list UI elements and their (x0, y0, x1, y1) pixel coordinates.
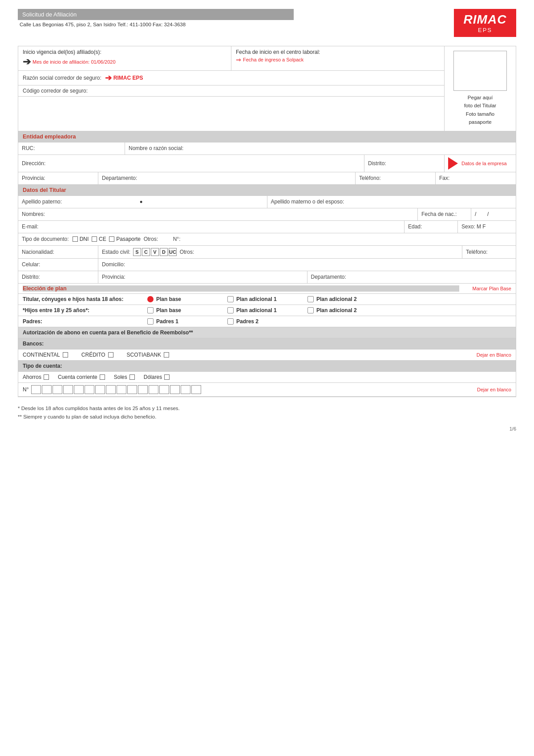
cuenta-corriente-checkbox[interactable] (100, 374, 105, 380)
num-box-7[interactable] (95, 385, 105, 394)
num-box-13[interactable] (159, 385, 169, 394)
plan-adicional1-option-2[interactable]: Plan adicional 1 (227, 307, 299, 313)
apellidos-row: Apellido paterno: • Apellido materno o d… (18, 196, 516, 208)
banco-credito: CRÉDITO (81, 352, 113, 358)
radio-plan-adicional2-1[interactable] (307, 296, 314, 302)
fecha-nac-cell: / / (471, 208, 516, 220)
nombres-cell: Nombres: (18, 208, 418, 220)
num-box-4[interactable] (63, 385, 73, 394)
nacionalidad-row: Nacionalidad: Estado civil: S C V D UC O… (18, 246, 516, 259)
ce-option: CE (92, 236, 106, 242)
photo-label-3: Foto tamaño (466, 110, 495, 118)
num-box-9[interactable] (117, 385, 126, 394)
estado-uc[interactable]: UC (169, 248, 177, 256)
departamento-cell: Departamento: (98, 172, 356, 184)
footnote-1: * Desde los 18 años cumplidos hasta ante… (18, 404, 516, 413)
num-box-1[interactable] (31, 385, 41, 394)
photo-label-1: Pegar aquí (468, 93, 493, 102)
num-box-5[interactable] (74, 385, 84, 394)
tipo-doc-cell: Tipo de documento: DNI CE Pasaporte Otro… (18, 233, 516, 245)
plan-row-2: *Hijos entre 18 y 25 años*: Plan base Pl… (18, 305, 516, 316)
estado-s[interactable]: S (133, 248, 141, 256)
cuenta-corriente-option: Cuenta corriente (58, 374, 105, 380)
num-box-10[interactable] (127, 385, 137, 394)
fecha-nac-label-cell: Fecha de nac.: (418, 208, 471, 220)
num-box-16[interactable] (191, 385, 201, 394)
num-box-2[interactable] (42, 385, 52, 394)
email-cell: E-mail: (18, 221, 405, 233)
dolares-checkbox[interactable] (164, 374, 170, 380)
estado-v[interactable]: V (151, 248, 159, 256)
page-number: 1/6 (18, 426, 516, 431)
radio-plan-adicional1-2[interactable] (227, 307, 234, 313)
celular-row: Celular: Domicilio: (18, 259, 516, 271)
plan-adicional2-option-2[interactable]: Plan adicional 2 (307, 307, 379, 313)
plan-label-2: *Hijos entre 18 y 25 años*: (23, 307, 138, 313)
codigo-row: Código corredor de seguro: (18, 85, 444, 97)
radio-plan-adicional1-1[interactable] (227, 296, 234, 302)
radio-plan-base-1[interactable] (147, 296, 154, 302)
entidad-header: Entidad empleadora (18, 131, 516, 142)
celular-cell: Celular: (18, 259, 98, 271)
provincia-cell: Provincia: (18, 172, 98, 184)
banco-scotiabank-checkbox[interactable] (164, 352, 169, 358)
banco-credito-checkbox[interactable] (108, 352, 113, 358)
radio-padres-2[interactable] (227, 318, 234, 325)
razon-row: Razón social corredor de seguro: ➔ RIMAC… (18, 71, 444, 85)
num-box-8[interactable] (106, 385, 116, 394)
num-box-3[interactable] (53, 385, 62, 394)
ahorros-checkbox[interactable] (44, 374, 49, 380)
num-box-14[interactable] (170, 385, 180, 394)
tipo-cuenta-header: Tipo de cuenta: (18, 361, 516, 372)
soles-checkbox[interactable] (129, 374, 135, 380)
num-box-11[interactable] (138, 385, 148, 394)
arrow-icon-1: ➔ (23, 56, 31, 68)
estado-d[interactable]: D (160, 248, 168, 256)
auth-header: Autorización de abono en cuenta para el … (18, 327, 516, 338)
plan-label-1: Titular, cónyuges e hijos hasta 18 años: (23, 296, 138, 302)
plan-base-option-2[interactable]: Plan base (147, 307, 218, 313)
telefono-titular-cell: Teléfono: (462, 246, 516, 258)
pasaporte-checkbox[interactable] (109, 236, 114, 242)
plan-adicional1-option-1[interactable]: Plan adicional 1 (227, 296, 299, 302)
top-section: Inicio vigencia del(los) afiliado(s): ➔ … (18, 46, 516, 131)
bancos-header: Bancos: (18, 338, 516, 350)
num-box-12[interactable] (149, 385, 158, 394)
photo-placeholder (453, 51, 507, 91)
vigencia-label-2: Fecha de inicio en el centro laboral: (236, 49, 440, 55)
ruc-row: RUC: Nombre o razón social: (18, 142, 516, 155)
estado-c[interactable]: C (142, 248, 150, 256)
telefono-cell: Teléfono: (356, 172, 436, 184)
fax-cell: Fax: (436, 172, 516, 184)
page-header: Solicitud de Afiliación Calle Las Begoni… (18, 9, 516, 37)
tipo-doc-row: Tipo de documento: DNI CE Pasaporte Otro… (18, 233, 516, 246)
radio-plan-adicional2-2[interactable] (307, 307, 314, 313)
radio-padres-1[interactable] (147, 318, 154, 325)
padres1-option[interactable]: Padres 1 (147, 318, 218, 325)
titular-header: Datos del Titular (18, 185, 516, 196)
vigencia-label-1: Inicio vigencia del(los) afiliado(s): (23, 49, 227, 55)
plan-header: Elección de plan (23, 285, 459, 292)
plan-base-option-1[interactable]: Plan base (147, 296, 218, 302)
radio-plan-base-2[interactable] (147, 307, 154, 313)
logo-area: RIMAC EPS (454, 9, 516, 37)
distrito-titular-row: Distrito: Provincia: Departamento: (18, 271, 516, 284)
padres2-option[interactable]: Padres 2 (227, 318, 299, 325)
direccion-cell: Dirección: (18, 155, 364, 172)
dni-checkbox[interactable] (73, 236, 78, 242)
num-box-15[interactable] (181, 385, 190, 394)
razon-social-cell: Nombre o razón social: (125, 142, 516, 154)
ce-checkbox[interactable] (92, 236, 97, 242)
num-box-6[interactable] (85, 385, 94, 394)
banco-continental-checkbox[interactable] (63, 352, 68, 358)
vigencia-row: Inicio vigencia del(los) afiliado(s): ➔ … (18, 46, 444, 71)
bancos-row: CONTINENTAL CRÉDITO SCOTIABANK Dejar en … (18, 350, 516, 361)
vigencia-cell-2: Fecha de inicio en el centro laboral: ⇒ … (231, 46, 444, 70)
photo-area: Pegar aquí foto del Titular Foto tamaño … (445, 46, 516, 131)
soles-option: Soles (114, 374, 135, 380)
banco-scotiabank: SCOTIABANK (127, 352, 169, 358)
vigencia-value-1: ➔ Mes de inicio de afiliación: 01/06/202… (23, 56, 227, 68)
estado-civil-boxes: S C V D UC (133, 248, 177, 256)
plan-adicional2-option-1[interactable]: Plan adicional 2 (307, 296, 379, 302)
footnote-2: ** Siempre y cuando tu plan de salud inc… (18, 413, 516, 422)
